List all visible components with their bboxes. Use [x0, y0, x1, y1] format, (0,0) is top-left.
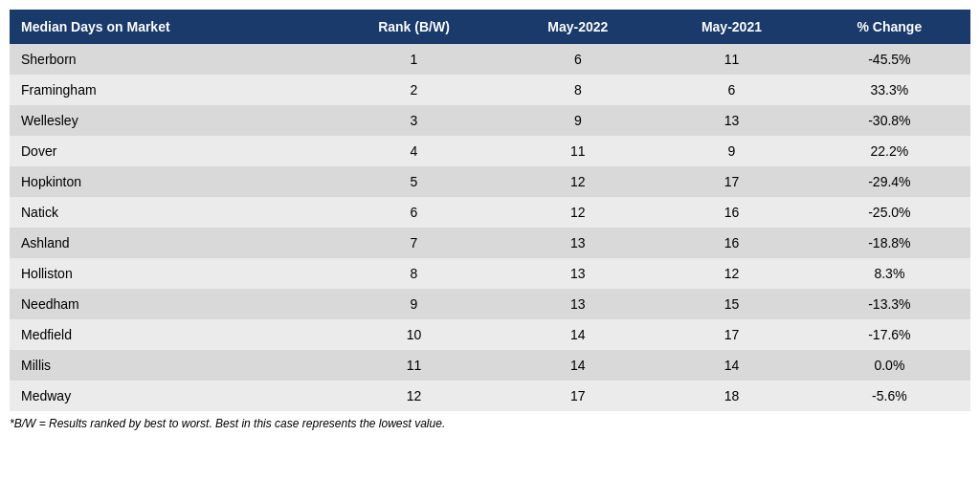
- cell-may2022: 12: [501, 197, 656, 228]
- median-days-table: Median Days on Market Rank (B/W) May-202…: [10, 10, 970, 411]
- cell-rank: 2: [326, 75, 501, 105]
- table-header-row: Median Days on Market Rank (B/W) May-202…: [10, 10, 970, 44]
- cell-rank: 12: [326, 381, 501, 411]
- table-row: Framingham28633.3%: [10, 75, 970, 105]
- cell-rank: 3: [326, 105, 501, 136]
- cell-pct-change: 33.3%: [809, 75, 970, 105]
- cell-may2022: 9: [501, 105, 656, 136]
- cell-rank: 10: [326, 319, 501, 350]
- table-row: Millis1114140.0%: [10, 350, 970, 381]
- cell-may2022: 12: [501, 166, 656, 197]
- cell-may2022: 13: [501, 228, 656, 258]
- header-may2021: May-2021: [655, 10, 809, 44]
- cell-pct-change: -5.6%: [809, 381, 970, 411]
- cell-pct-change: -45.5%: [809, 44, 970, 75]
- cell-rank: 9: [326, 289, 501, 319]
- cell-may2021: 18: [655, 381, 809, 411]
- cell-may2022: 13: [501, 258, 656, 289]
- cell-may2021: 17: [655, 319, 809, 350]
- cell-town: Framingham: [10, 75, 326, 105]
- cell-may2022: 6: [501, 44, 656, 75]
- cell-may2021: 16: [655, 197, 809, 228]
- cell-town: Sherborn: [10, 44, 326, 75]
- cell-pct-change: 0.0%: [809, 350, 970, 381]
- cell-town: Holliston: [10, 258, 326, 289]
- table-row: Medfield101417-17.6%: [10, 319, 970, 350]
- cell-rank: 11: [326, 350, 501, 381]
- cell-rank: 1: [326, 44, 501, 75]
- cell-town: Needham: [10, 289, 326, 319]
- footnote: *B/W = Results ranked by best to worst. …: [10, 417, 970, 430]
- cell-rank: 5: [326, 166, 501, 197]
- table-row: Medway121718-5.6%: [10, 381, 970, 411]
- cell-may2022: 8: [501, 75, 656, 105]
- table-row: Sherborn1611-45.5%: [10, 44, 970, 75]
- cell-town: Ashland: [10, 228, 326, 258]
- table-row: Dover411922.2%: [10, 136, 970, 166]
- cell-pct-change: -17.6%: [809, 319, 970, 350]
- table-row: Natick61216-25.0%: [10, 197, 970, 228]
- header-rank: Rank (B/W): [326, 10, 501, 44]
- table-container: Median Days on Market Rank (B/W) May-202…: [10, 10, 970, 430]
- cell-rank: 7: [326, 228, 501, 258]
- table-row: Hopkinton51217-29.4%: [10, 166, 970, 197]
- cell-may2022: 14: [501, 319, 656, 350]
- header-town: Median Days on Market: [10, 10, 326, 44]
- cell-pct-change: -18.8%: [809, 228, 970, 258]
- cell-may2021: 9: [655, 136, 809, 166]
- cell-town: Wellesley: [10, 105, 326, 136]
- cell-may2021: 13: [655, 105, 809, 136]
- cell-town: Medfield: [10, 319, 326, 350]
- cell-pct-change: -25.0%: [809, 197, 970, 228]
- cell-may2022: 11: [501, 136, 656, 166]
- cell-may2021: 15: [655, 289, 809, 319]
- cell-may2021: 17: [655, 166, 809, 197]
- cell-may2021: 6: [655, 75, 809, 105]
- cell-may2021: 11: [655, 44, 809, 75]
- cell-may2022: 13: [501, 289, 656, 319]
- table-row: Needham91315-13.3%: [10, 289, 970, 319]
- cell-may2021: 12: [655, 258, 809, 289]
- table-row: Holliston813128.3%: [10, 258, 970, 289]
- table-row: Ashland71316-18.8%: [10, 228, 970, 258]
- cell-pct-change: -29.4%: [809, 166, 970, 197]
- cell-may2022: 17: [501, 381, 656, 411]
- header-may2022: May-2022: [501, 10, 656, 44]
- cell-town: Natick: [10, 197, 326, 228]
- cell-town: Millis: [10, 350, 326, 381]
- cell-may2021: 14: [655, 350, 809, 381]
- cell-town: Dover: [10, 136, 326, 166]
- header-pct-change: % Change: [809, 10, 970, 44]
- cell-rank: 8: [326, 258, 501, 289]
- cell-pct-change: -30.8%: [809, 105, 970, 136]
- cell-pct-change: 8.3%: [809, 258, 970, 289]
- cell-pct-change: -13.3%: [809, 289, 970, 319]
- cell-rank: 6: [326, 197, 501, 228]
- cell-may2022: 14: [501, 350, 656, 381]
- cell-may2021: 16: [655, 228, 809, 258]
- cell-town: Hopkinton: [10, 166, 326, 197]
- cell-pct-change: 22.2%: [809, 136, 970, 166]
- table-row: Wellesley3913-30.8%: [10, 105, 970, 136]
- cell-rank: 4: [326, 136, 501, 166]
- cell-town: Medway: [10, 381, 326, 411]
